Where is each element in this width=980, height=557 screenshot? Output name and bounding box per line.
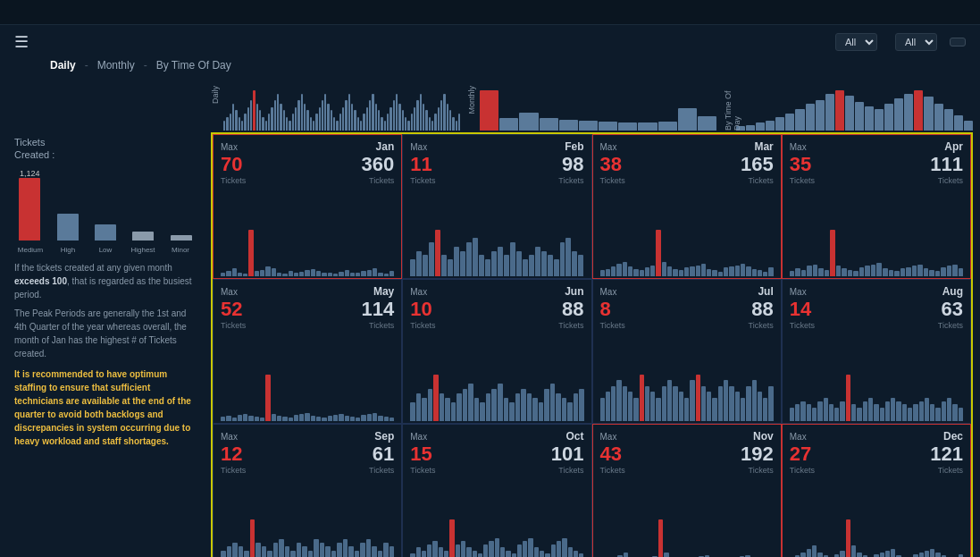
tab-daily[interactable]: Daily [50,59,76,72]
mini-bar [425,110,427,131]
month-bar [857,553,861,557]
month-header: MaxNov [600,430,774,443]
month-cell-jul: MaxJul888TicketsTickets [592,279,782,424]
month-total-value: 88 [751,300,773,319]
mini-bar [223,121,225,131]
issue-type-select[interactable]: All [835,33,877,51]
month-bar [378,273,382,276]
hamburger-icon[interactable]: ☰ [14,32,29,52]
month-max-value: 8 [600,300,611,319]
month-bar [656,398,660,421]
mini-bar [411,114,413,131]
tab-monthly[interactable]: Monthly [97,59,135,72]
month-name: Mar [754,140,773,153]
mini-bar [835,90,844,131]
overview-daily-chart: Daily [211,86,460,131]
month-sub-labels: TicketsTickets [600,176,774,185]
mini-bar [756,122,765,131]
tickets-label-right: Tickets [369,466,394,475]
month-bar [633,398,638,421]
month-bar [535,247,540,276]
mini-bar [259,110,261,131]
month-bar [328,273,332,276]
month-bar [673,269,677,276]
legend-bar [171,235,192,241]
tickets-label-right: Tickets [558,466,583,475]
month-bar [662,386,666,421]
highlight-text: It is recommended to have optimum staffi… [14,367,197,448]
month-bar [551,544,556,557]
month-bar [623,386,627,421]
mini-bar [283,110,285,131]
month-bar [468,384,473,421]
month-bar [504,398,509,421]
month-bar [611,266,616,276]
month-bar [232,418,237,421]
month-bar [567,402,573,421]
month-bar [701,264,706,276]
month-bar [389,418,394,421]
month-bar [500,547,505,557]
month-max-value: 52 [221,300,242,319]
overview-left-spacer [7,77,204,131]
month-max-value: 14 [790,300,811,319]
month-bar [512,553,516,557]
month-bar [314,539,319,557]
month-bar [227,546,232,557]
mini-bar [322,100,323,131]
month-bar [925,398,929,421]
month-bar [272,414,276,421]
month-bar [908,408,912,421]
month-bar [624,553,629,557]
month-total-value: 121 [930,444,963,464]
month-bar [541,251,547,276]
month-bar [817,553,822,557]
mini-bar [638,122,657,131]
month-total-value: 63 [942,300,963,319]
month-bar [348,546,354,557]
month-bar [684,398,689,421]
month-bar [600,270,605,276]
mini-bar [559,120,578,131]
tickets-label-left: Tickets [600,321,625,330]
month-bar [423,255,428,276]
tickets-label-left: Tickets [790,466,815,475]
mini-bar [241,121,243,131]
max-label: Max [600,432,617,442]
year-select[interactable]: All [895,33,937,51]
month-bars-container [600,189,774,276]
max-label: Max [410,432,427,442]
month-bar [724,380,728,421]
summary-button[interactable] [950,38,966,46]
month-bar [925,551,929,557]
month-bar [885,551,890,557]
main-content: TicketsCreated : 1,124 Medium High Low H… [0,132,980,557]
mini-bar [519,113,538,131]
month-bar [339,414,343,421]
month-bar [556,393,561,421]
month-bar [473,551,477,557]
month-bar [290,551,296,557]
mini-bar [324,94,326,131]
month-cell-apr: MaxApr35111TicketsTickets [782,134,971,279]
month-bar [265,266,270,276]
mini-bar [331,110,332,131]
legend-labels: Medium High Low Highest Minor [14,244,197,254]
month-bar [489,541,493,557]
month-bar [834,408,839,421]
mini-bar [354,110,356,131]
month-bar [389,546,394,557]
month-bar [840,401,844,421]
month-bar [848,270,853,276]
month-bar [616,264,621,276]
tab-time-of-day[interactable]: By Time Of Day [156,59,231,72]
mini-bar [678,108,697,131]
mini-bar [396,94,398,131]
month-bar [255,417,259,421]
month-bar [752,269,757,276]
mini-bar [306,110,308,131]
month-bar [456,393,462,421]
month-bar [466,547,471,557]
overview-timeofday-chart: By Time Of Day [724,86,973,131]
month-bar [232,268,237,276]
